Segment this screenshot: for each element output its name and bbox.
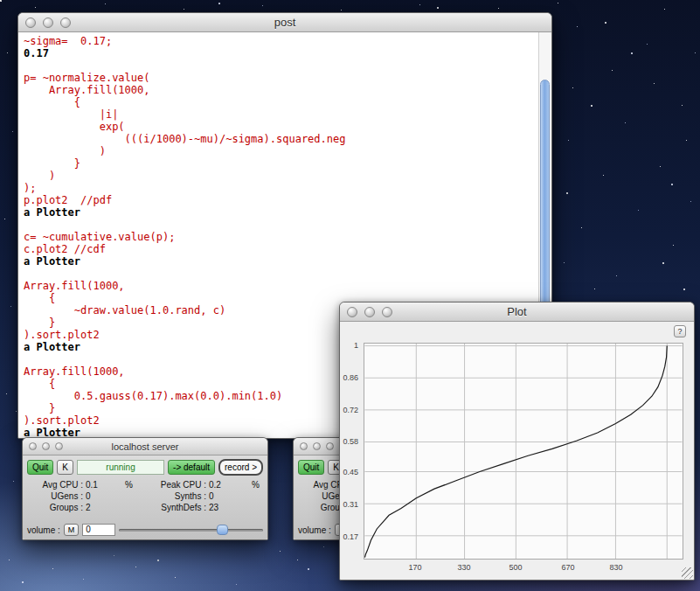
stat-row: UGens :0 Synths :0 [27,490,263,502]
k-button[interactable]: K [57,460,73,475]
code-line: ) [24,170,534,182]
plot-svg [364,344,683,559]
volume-field[interactable]: 0 [82,524,115,536]
window-controls [18,17,71,28]
code-line: ~sigma= 0.17; [24,35,534,47]
code-line [24,219,534,231]
volume-label: volume : [298,525,331,535]
stat-value: 2 [86,502,91,513]
default-button[interactable]: -> default [168,460,215,475]
minimize-button[interactable] [364,307,375,317]
mute-button[interactable]: M [64,524,80,536]
stat-label: Synths : [145,490,206,502]
x-tick-label: 830 [609,563,622,572]
close-button[interactable] [29,442,37,450]
zoom-button[interactable] [326,442,334,450]
y-tick-label: 0.58 [343,437,358,446]
stat-row: Avg CPU :0.1% Peak CPU :0.2% [27,479,263,490]
volume-slider-thumb[interactable] [217,525,228,535]
code-line: |i| [24,108,534,121]
record-button[interactable]: record > [218,459,263,476]
y-tick-label: 0.31 [343,500,358,509]
x-tick-label: 330 [457,563,470,572]
close-button[interactable] [25,17,36,28]
y-tick-label: 0.17 [343,532,358,541]
zoom-button[interactable] [60,17,71,28]
resize-grip[interactable] [682,567,693,579]
plot-content: ? 10.860.720.580.450.310.17 170330500670… [340,322,694,580]
minimize-button[interactable] [42,442,50,450]
post-titlebar[interactable]: post [18,13,551,32]
code-line: 0.17 [24,47,534,59]
stat-label: Avg CPU : [27,479,83,490]
stat-label: Peak CPU : [145,479,206,490]
code-line [24,268,534,280]
y-tick-label: 0.45 [343,468,358,476]
code-line: c= ~cumulative.value(p); [24,231,534,243]
window-controls [294,442,334,450]
plot-titlebar[interactable]: Plot [340,302,694,322]
stat-label: UGens : [27,490,83,502]
code-line: (((i/1000)-~mu)/~sigma).squared.neg [24,133,534,145]
stat-value: 0 [209,490,214,502]
y-tick-label: 0.86 [343,373,358,382]
code-line: ) [24,145,534,157]
x-tick-label: 500 [509,563,522,572]
code-line: a Plotter [24,206,534,219]
close-button[interactable] [347,307,357,317]
stat-label: SynthDefs : [145,502,206,513]
window-controls [23,442,63,450]
code-line: c.plot2 //cdf [24,243,534,255]
quit-button[interactable]: Quit [298,460,324,475]
code-line: p= ~normalize.value( [24,72,534,84]
code-line: } [24,157,534,170]
stat-value: 0.2 [209,479,221,490]
stat-row: Groups :2 SynthDefs :23 [27,502,263,513]
y-axis-labels: 10.860.720.580.450.310.17 [340,343,361,560]
x-tick-label: 170 [408,563,421,572]
volume-row: volume : M 0 [27,524,263,536]
code-line: ); [24,182,534,194]
volume-slider[interactable] [119,525,263,535]
plot-area [364,343,683,560]
y-tick-label: 0.72 [343,406,358,414]
help-button[interactable]: ? [674,325,686,337]
code-line [24,59,534,72]
close-button[interactable] [300,442,308,450]
stat-unit: % [125,479,133,490]
minimize-button[interactable] [313,442,321,450]
server-status: running [77,460,164,475]
window-controls [340,307,392,317]
stars-layer-bright [0,0,2,2]
x-tick-label: 670 [561,563,574,572]
server-window: localhost server Quit K running -> defau… [22,437,268,540]
stat-value: 0 [86,490,91,502]
code-line: a Plotter [24,255,534,268]
server-stats: Avg CPU :0.1% Peak CPU :0.2% UGens :0 Sy… [27,479,263,513]
code-line: exp( [24,121,534,133]
server-titlebar[interactable]: localhost server [23,438,267,455]
code-line: { [24,96,534,108]
plot-window: Plot ? 10.860.720.580.450.310.17 1703305… [339,302,695,581]
quit-button[interactable]: Quit [27,460,53,475]
plot-window-title: Plot [340,305,694,318]
zoom-button[interactable] [382,307,392,317]
y-tick-label: 1 [354,341,358,350]
code-line: Array.fill(1000, [24,84,534,96]
volume-label: volume : [27,525,60,535]
zoom-button[interactable] [55,442,63,450]
x-axis-labels: 170330500670830 [364,563,683,574]
stat-value: 23 [209,502,218,513]
server-content: Quit K running -> default record > Avg C… [23,455,267,539]
minimize-button[interactable] [43,17,53,28]
code-line: p.plot2 //pdf [24,194,534,206]
stat-unit: % [252,479,260,490]
post-window-title: post [18,16,551,29]
stat-value: 0.1 [86,479,98,490]
code-line: Array.fill(1000, [24,280,534,292]
stat-label: Groups : [27,502,83,513]
